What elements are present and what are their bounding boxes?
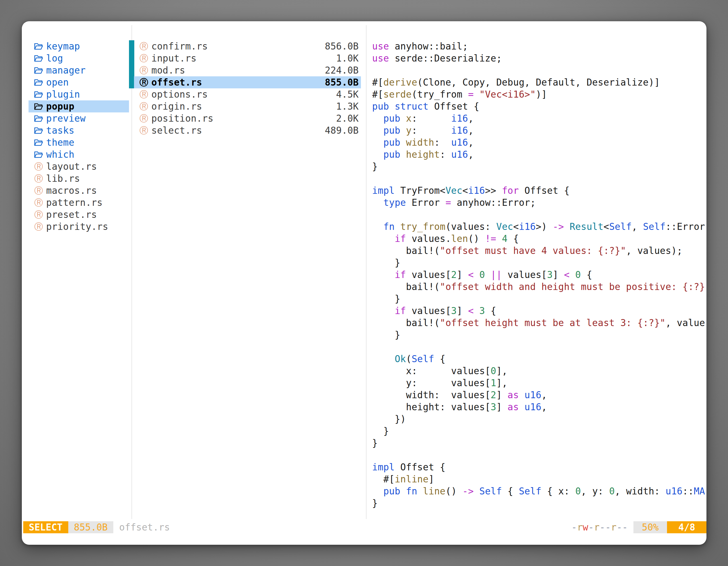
parent-item-log[interactable]: log	[29, 52, 129, 64]
code-line: }	[372, 437, 706, 449]
item-size: 1.0K	[336, 52, 361, 64]
item-size: 2.0K	[336, 112, 361, 125]
code-line	[372, 341, 706, 353]
parent-item-preset.rs[interactable]: Ⓡpreset.rs	[29, 209, 129, 221]
folder-icon	[34, 42, 44, 51]
rust-file-icon: Ⓡ	[34, 173, 44, 185]
item-size: 855.0B	[325, 76, 361, 88]
code-line: Ok(Self {	[372, 353, 706, 365]
permission-char: -	[617, 521, 622, 533]
item-label: input.rs	[151, 52, 196, 64]
file-item-options.rs[interactable]: Ⓡoptions.rs4.5K	[134, 88, 361, 100]
parent-item-popup[interactable]: popup	[29, 100, 129, 112]
status-file-name: offset.rs	[119, 521, 170, 533]
code-line: if values.len() != 4 {	[372, 233, 706, 245]
preview-pane: use anyhow::bail;use serde::Deserialize;…	[372, 40, 706, 521]
code-line: x: values[0],	[372, 365, 706, 377]
parent-item-priority.rs[interactable]: Ⓡpriority.rs	[29, 221, 129, 233]
item-label: position.rs	[151, 112, 213, 125]
parent-item-macros.rs[interactable]: Ⓡmacros.rs	[29, 185, 129, 197]
permission-char: r	[577, 521, 583, 533]
parent-item-open[interactable]: open	[29, 76, 129, 88]
code-line: if values[3] < 3 {	[372, 305, 706, 317]
rust-file-icon: Ⓡ	[139, 40, 149, 52]
code-line: use serde::Deserialize;	[372, 52, 706, 64]
folder-icon	[34, 151, 44, 159]
code-line	[372, 209, 706, 221]
file-item-mod.rs[interactable]: Ⓡmod.rs224.0B	[134, 64, 361, 76]
item-label: popup	[46, 100, 74, 112]
code-line: #[serde(try_from = "Vec<i16>")]	[372, 88, 706, 100]
code-line	[372, 64, 706, 76]
item-label: open	[46, 76, 69, 88]
cursor-position-badge: 4/8	[667, 521, 706, 533]
parent-item-pattern.rs[interactable]: Ⓡpattern.rs	[29, 197, 129, 209]
parent-item-preview[interactable]: preview	[29, 112, 129, 125]
item-label: plugin	[46, 88, 80, 100]
permission-char: -	[605, 521, 611, 533]
file-item-origin.rs[interactable]: Ⓡorigin.rs1.3K	[134, 100, 361, 112]
parent-item-layout.rs[interactable]: Ⓡlayout.rs	[29, 161, 129, 173]
parent-item-plugin[interactable]: plugin	[29, 88, 129, 100]
item-label: theme	[46, 137, 74, 149]
pane-divider-left	[131, 25, 132, 519]
parent-directory-pane: keymaplogmanageropenpluginpopuppreviewta…	[29, 40, 129, 233]
item-size: 1.3K	[336, 100, 361, 112]
code-line: pub y: i16,	[372, 125, 706, 137]
code-line: #[derive(Clone, Copy, Debug, Default, De…	[372, 76, 706, 88]
folder-icon	[34, 78, 44, 87]
code-line: pub x: i16,	[372, 112, 706, 125]
item-label: layout.rs	[46, 161, 97, 173]
parent-item-manager[interactable]: manager	[29, 64, 129, 76]
rust-file-icon: Ⓡ	[34, 209, 44, 221]
rust-file-icon: Ⓡ	[139, 125, 149, 137]
folder-icon	[34, 114, 44, 123]
rust-file-icon: Ⓡ	[139, 88, 149, 100]
parent-item-which[interactable]: which	[29, 149, 129, 161]
code-line: type Error = anyhow::Error;	[372, 197, 706, 209]
file-item-offset.rs[interactable]: Ⓡoffset.rs855.0B	[134, 76, 361, 88]
scroll-percent-badge: 50%	[633, 521, 667, 533]
parent-item-keymap[interactable]: keymap	[29, 40, 129, 52]
folder-icon	[34, 54, 44, 63]
item-label: preview	[46, 112, 86, 125]
item-label: manager	[46, 64, 86, 76]
item-label: confirm.rs	[151, 40, 208, 52]
code-line	[372, 173, 706, 185]
file-item-position.rs[interactable]: Ⓡposition.rs2.0K	[134, 112, 361, 125]
code-line: #[inline]	[372, 473, 706, 485]
rust-file-icon: Ⓡ	[34, 197, 44, 209]
code-line: use anyhow::bail;	[372, 40, 706, 52]
parent-item-theme[interactable]: theme	[29, 137, 129, 149]
status-bar: SELECT 855.0B offset.rs -rw-r--r-- 50% 4…	[22, 521, 706, 533]
permission-char: -	[600, 521, 605, 533]
folder-icon	[34, 102, 44, 111]
file-manager-window: keymaplogmanageropenpluginpopuppreviewta…	[22, 21, 706, 545]
item-label: offset.rs	[151, 76, 202, 88]
code-line: pub fn line() -> Self { Self { x: 0, y: …	[372, 485, 706, 497]
item-label: mod.rs	[151, 64, 185, 76]
code-line: bail!("offset height must be at least 3:…	[372, 317, 706, 329]
status-bar-right: -rw-r--r-- 50% 4/8	[571, 521, 706, 533]
code-line: }	[372, 497, 706, 509]
rust-file-icon: Ⓡ	[34, 185, 44, 197]
item-label: tasks	[46, 125, 74, 137]
file-item-select.rs[interactable]: Ⓡselect.rs489.0B	[134, 125, 361, 137]
item-label: lib.rs	[46, 173, 80, 185]
permission-char: -	[622, 521, 628, 533]
code-line: bail!("offset width and height must be p…	[372, 281, 706, 293]
code-line: if values[2] < 0 || values[3] < 0 {	[372, 269, 706, 281]
current-directory-pane: Ⓡconfirm.rs856.0BⓇinput.rs1.0KⓇmod.rs224…	[134, 40, 361, 137]
code-line: }	[372, 329, 706, 341]
permission-char: -	[588, 521, 594, 533]
rust-file-icon: Ⓡ	[34, 221, 44, 233]
parent-item-lib.rs[interactable]: Ⓡlib.rs	[29, 173, 129, 185]
file-item-confirm.rs[interactable]: Ⓡconfirm.rs856.0B	[134, 40, 361, 52]
file-item-input.rs[interactable]: Ⓡinput.rs1.0K	[134, 52, 361, 64]
item-label: which	[46, 149, 74, 161]
parent-item-tasks[interactable]: tasks	[29, 125, 129, 137]
rust-file-icon: Ⓡ	[139, 76, 149, 88]
code-line: fn try_from(values: Vec<i16>) -> Result<…	[372, 221, 706, 233]
item-size: 489.0B	[325, 125, 361, 137]
item-label: log	[46, 52, 63, 64]
